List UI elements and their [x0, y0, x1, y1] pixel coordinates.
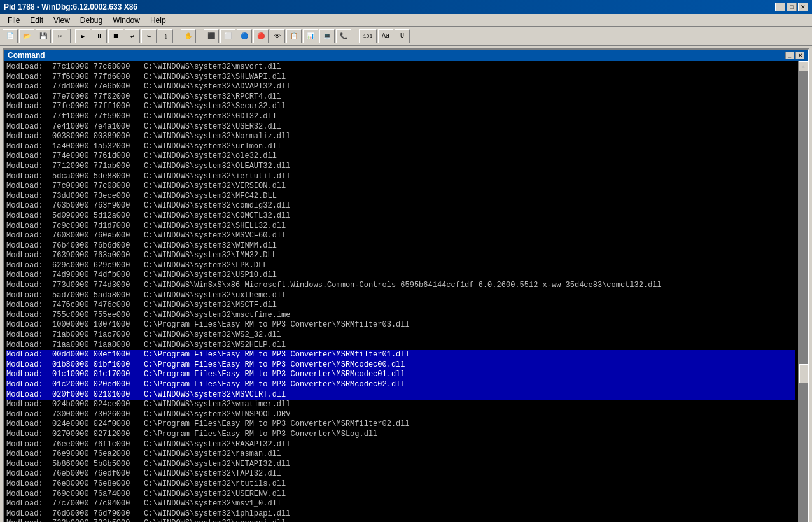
menu-file[interactable]: File: [3, 15, 25, 26]
tb-btn-4[interactable]: ↩: [125, 29, 140, 43]
tb-btn-2[interactable]: ⏸: [92, 29, 107, 43]
command-titlebar: Command _ ✕: [4, 50, 808, 61]
tb-call-button[interactable]: 📞: [336, 29, 351, 43]
output-line: ModLoad: 020f0000 02101000 C:\WINDOWS\sy…: [6, 390, 795, 400]
output-line: ModLoad: 73dd0000 73ece000 C:\WINDOWS\sy…: [6, 192, 795, 202]
tb-unicode-button[interactable]: U: [395, 29, 410, 43]
title-bar: Pid 1788 - WinDbg:6.12.0002.633 X86 _ □ …: [0, 0, 812, 14]
output-line: ModLoad: 7e410000 7e4a1000 C:\WINDOWS\sy…: [6, 122, 795, 132]
output-line: ModLoad: 77c10000 77c68000 C:\WINDOWS\sy…: [6, 62, 795, 73]
output-line: ModLoad: 76080000 760e5000 C:\WINDOWS\sy…: [6, 231, 795, 241]
menu-help[interactable]: Help: [145, 15, 171, 26]
main-container: Command _ ✕ ModLoad: 77c10000 77c68000 C…: [0, 46, 812, 522]
close-button[interactable]: ✕: [798, 3, 808, 11]
output-line: ModLoad: 5d090000 5d12a000 C:\WINDOWS\sy…: [6, 211, 795, 222]
output-line: ModLoad: 77e70000 77f02000 C:\WINDOWS\sy…: [6, 92, 795, 102]
output-line: ModLoad: 01c10000 01c17000 C:\Program Fi…: [6, 370, 795, 380]
output-line: ModLoad: 01c20000 020ed000 C:\Program Fi…: [6, 380, 795, 390]
output-line: ModLoad: 722b0000 722b5000 C:\WINDOWS\sy…: [6, 519, 795, 522]
toolbar-separator-1: [70, 29, 73, 43]
output-line: ModLoad: 024b0000 024ce000 C:\WINDOWS\sy…: [6, 400, 795, 410]
window-title: Pid 1788 - WinDbg:6.12.0002.633 X86: [4, 3, 137, 11]
output-line: ModLoad: 00380000 00389000 C:\WINDOWS\sy…: [6, 132, 795, 142]
command-minimize-button[interactable]: _: [785, 52, 794, 59]
menu-bar: File Edit View Debug Window Help: [0, 14, 812, 27]
output-line: ModLoad: 76d60000 76d79000 C:\WINDOWS\sy…: [6, 509, 795, 519]
tb-btn-6[interactable]: ⤵: [158, 29, 173, 43]
output-line: ModLoad: 769c0000 76a74000 C:\WINDOWS\sy…: [6, 490, 795, 500]
output-line: ModLoad: 00dd0000 00ef1000 C:\Program Fi…: [6, 350, 795, 360]
tb-open-button[interactable]: 📂: [19, 29, 34, 43]
menu-debug[interactable]: Debug: [75, 15, 108, 26]
output-line: ModLoad: 76e90000 76ea2000 C:\WINDOWS\sy…: [6, 449, 795, 460]
output-line: ModLoad: 76eb0000 76edf000 C:\WINDOWS\sy…: [6, 469, 795, 479]
output-line: ModLoad: 77c70000 77c94000 C:\WINDOWS\sy…: [6, 499, 795, 509]
output-line: ModLoad: 7c9c0000 7d1d7000 C:\WINDOWS\sy…: [6, 222, 795, 232]
toolbar-separator-4: [354, 29, 356, 43]
output-line: ModLoad: 77f60000 77fd6000 C:\WINDOWS\sy…: [6, 73, 795, 83]
command-window: Command _ ✕ ModLoad: 77c10000 77c68000 C…: [3, 48, 809, 522]
command-window-title: Command: [8, 51, 45, 60]
output-line: ModLoad: 76e80000 76e8e000 C:\WINDOWS\sy…: [6, 479, 795, 490]
tb-mem-button[interactable]: 💻: [319, 29, 335, 43]
output-line: ModLoad: 74d90000 74dfb000 C:\WINDOWS\sy…: [6, 271, 795, 281]
menu-edit[interactable]: Edit: [25, 15, 48, 26]
tb-new-button[interactable]: 📄: [3, 29, 18, 43]
tb-cut-button[interactable]: ✂: [52, 29, 67, 43]
minimize-button[interactable]: _: [775, 3, 785, 11]
tb-save-button[interactable]: 💾: [36, 29, 51, 43]
output-line: ModLoad: 71aa0000 71aa8000 C:\WINDOWS\sy…: [6, 341, 795, 351]
output-line: ModLoad: 763b0000 763f9000 C:\WINDOWS\sy…: [6, 201, 795, 211]
output-area: ModLoad: 77c10000 77c68000 C:\WINDOWS\sy…: [4, 61, 808, 522]
output-line: ModLoad: 774e0000 7761d000 C:\WINDOWS\sy…: [6, 152, 795, 162]
tb-hex-button[interactable]: 101: [359, 29, 377, 43]
tb-watch-button[interactable]: 👁: [270, 29, 285, 43]
output-line: ModLoad: 02700000 02712000 C:\Program Fi…: [6, 430, 795, 440]
output-content: ModLoad: 77c10000 77c68000 C:\WINDOWS\sy…: [4, 61, 798, 522]
tb-bp3-button[interactable]: 🔵: [237, 29, 252, 43]
tb-hand-button[interactable]: ✋: [181, 29, 196, 43]
command-titlebar-controls: _ ✕: [785, 52, 804, 59]
tb-bp2-button[interactable]: ⬜: [220, 29, 235, 43]
output-line: ModLoad: 01b80000 01bf1000 C:\Program Fi…: [6, 360, 795, 370]
output-line: ModLoad: 77f10000 77f59000 C:\WINDOWS\sy…: [6, 112, 795, 122]
output-line: ModLoad: 755c0000 755ee000 C:\WINDOWS\sy…: [6, 311, 795, 321]
title-bar-controls: _ □ ✕: [775, 3, 808, 11]
scroll-up-button[interactable]: ▲: [799, 61, 809, 71]
output-line: ModLoad: 024e0000 024f0000 C:\Program Fi…: [6, 420, 795, 430]
menu-view[interactable]: View: [48, 15, 75, 26]
scroll-track[interactable]: [799, 71, 808, 522]
tb-regs-button[interactable]: 📊: [303, 29, 318, 43]
tb-btn-3[interactable]: ⏹: [108, 29, 123, 43]
output-line: ModLoad: 77fe0000 77ff1000 C:\WINDOWS\sy…: [6, 102, 795, 112]
output-line: ModLoad: 76390000 763a0000 C:\WINDOWS\sy…: [6, 251, 795, 261]
output-line: ModLoad: 77dd0000 77e6b000 C:\WINDOWS\sy…: [6, 82, 795, 92]
tb-btn-1[interactable]: ▶: [75, 29, 90, 43]
output-line: ModLoad: 77c00000 77c08000 C:\WINDOWS\sy…: [6, 181, 795, 192]
output-line: ModLoad: 629c0000 629c9000 C:\WINDOWS\sy…: [6, 261, 795, 271]
output-line: ModLoad: 1a400000 1a532000 C:\WINDOWS\sy…: [6, 142, 795, 152]
command-close-button[interactable]: ✕: [795, 52, 804, 59]
output-line: ModLoad: 76b40000 76b6d000 C:\WINDOWS\sy…: [6, 241, 795, 251]
tb-btn-5[interactable]: ↪: [141, 29, 157, 43]
output-line: ModLoad: 73000000 73026000 C:\WINDOWS\sy…: [6, 410, 795, 420]
tb-bp-button[interactable]: ⬛: [204, 29, 219, 43]
menu-window[interactable]: Window: [108, 15, 145, 26]
toolbar: 📄 📂 💾 ✂ ▶ ⏸ ⏹ ↩ ↪ ⤵ ✋ ⬛ ⬜ 🔵 🔴 👁 📋 📊 💻 📞 …: [0, 27, 812, 46]
output-line: ModLoad: 773d0000 774d3000 C:\WINDOWS\Wi…: [6, 281, 795, 291]
output-line: ModLoad: 7476c000 7476c000 C:\WINDOWS\sy…: [6, 300, 795, 311]
toolbar-separator-3: [199, 29, 201, 43]
tb-ascii-button[interactable]: Aa: [378, 29, 393, 43]
tb-bp4-button[interactable]: 🔴: [253, 29, 269, 43]
output-line: ModLoad: 71ab0000 71ac7000 C:\WINDOWS\sy…: [6, 330, 795, 341]
toolbar-separator-2: [176, 29, 178, 43]
output-line: ModLoad: 77120000 771ab000 C:\WINDOWS\sy…: [6, 162, 795, 172]
window-area: Command _ ✕ ModLoad: 77c10000 77c68000 C…: [0, 46, 812, 522]
maximize-button[interactable]: □: [787, 3, 797, 11]
vertical-scrollbar[interactable]: ▲ ▼: [798, 61, 808, 522]
output-line: ModLoad: 10000000 10071000 C:\Program Fi…: [6, 320, 795, 330]
tb-locals-button[interactable]: 📋: [286, 29, 302, 43]
output-line: ModLoad: 5ad70000 5ada8000 C:\WINDOWS\sy…: [6, 291, 795, 301]
output-line: ModLoad: 5dca0000 5de88000 C:\WINDOWS\sy…: [6, 172, 795, 182]
scroll-thumb[interactable]: [799, 364, 808, 383]
